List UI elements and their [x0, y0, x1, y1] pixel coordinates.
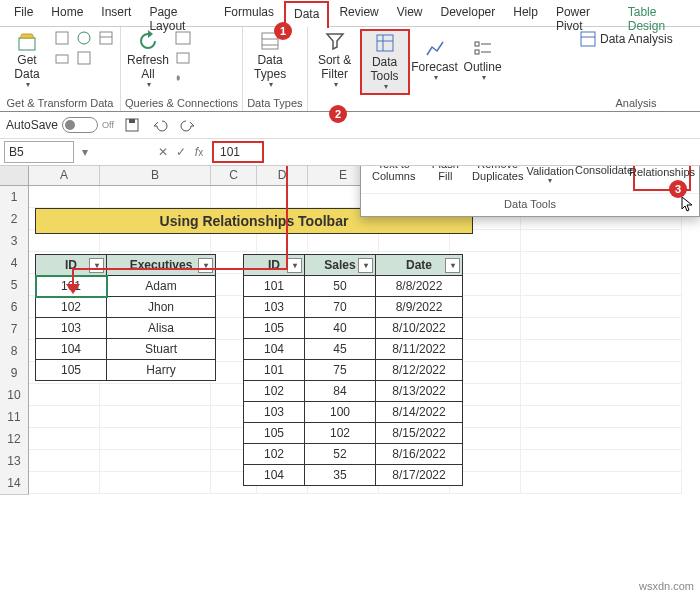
formula-input[interactable]: 101 — [212, 141, 264, 163]
table-cell[interactable]: 103 — [244, 402, 305, 423]
table-cell[interactable]: Adam — [107, 276, 216, 297]
row-header-11[interactable]: 11 — [0, 406, 29, 429]
tab-data[interactable]: Data — [284, 1, 329, 28]
table-cell[interactable]: 8/16/2022 — [376, 444, 463, 465]
col-header-B[interactable]: B — [100, 166, 211, 185]
row-header-4[interactable]: 4 — [0, 252, 29, 275]
edit-links-icon[interactable] — [173, 69, 193, 87]
tab-help[interactable]: Help — [505, 1, 546, 26]
table-cell[interactable]: 8/10/2022 — [376, 318, 463, 339]
tab-insert[interactable]: Insert — [93, 1, 139, 26]
table-cell[interactable]: 75 — [305, 360, 376, 381]
from-web-icon[interactable] — [74, 29, 94, 47]
redo-icon[interactable] — [178, 116, 198, 134]
table-cell[interactable]: 102 — [244, 444, 305, 465]
table-cell[interactable]: Harry — [107, 360, 216, 381]
forecast-button[interactable]: Forecast — [412, 29, 458, 91]
get-data-button[interactable]: Get Data — [4, 29, 50, 91]
table-cell[interactable]: Stuart — [107, 339, 216, 360]
tableB-header-date[interactable]: Date▾ — [376, 255, 463, 276]
filter-icon[interactable]: ▾ — [445, 258, 460, 273]
row-header-6[interactable]: 6 — [0, 296, 29, 319]
tableA-header-exec[interactable]: Executives▾ — [107, 255, 216, 276]
tableB-header-sales[interactable]: Sales▾ — [305, 255, 376, 276]
table-cell[interactable]: 52 — [305, 444, 376, 465]
row-header-14[interactable]: 14 — [0, 472, 29, 495]
table-cell[interactable]: 105 — [244, 423, 305, 444]
table-cell[interactable]: 8/15/2022 — [376, 423, 463, 444]
dd-consolidate-button[interactable]: Consolidate — [577, 166, 631, 187]
row-header-7[interactable]: 7 — [0, 318, 29, 341]
cancel-icon[interactable]: ✕ — [154, 143, 172, 161]
table-cell[interactable]: 40 — [305, 318, 376, 339]
tab-table-design[interactable]: Table Design — [620, 1, 694, 26]
table-cell[interactable]: 102 — [305, 423, 376, 444]
table-cell[interactable]: 101 — [244, 360, 305, 381]
table-cell[interactable]: Jhon — [107, 297, 216, 318]
table-cell[interactable]: 103 — [36, 318, 107, 339]
table-executives[interactable]: ID▾ Executives▾ 101Adam102Jhon103Alisa10… — [35, 254, 216, 381]
table-cell[interactable]: 70 — [305, 297, 376, 318]
col-header-A[interactable]: A — [29, 166, 100, 185]
table-cell[interactable]: 84 — [305, 381, 376, 402]
filter-icon[interactable]: ▾ — [89, 258, 104, 273]
table-cell[interactable]: 104 — [244, 465, 305, 486]
col-header-C[interactable]: C — [211, 166, 257, 185]
table-cell[interactable]: 103 — [244, 297, 305, 318]
extra-btn-icon[interactable] — [96, 49, 116, 67]
properties-icon[interactable] — [173, 49, 193, 67]
table-cell[interactable]: 8/12/2022 — [376, 360, 463, 381]
tab-formulas[interactable]: Formulas — [216, 1, 282, 26]
tab-page-layout[interactable]: Page Layout — [141, 1, 214, 26]
from-text-icon[interactable] — [52, 29, 72, 47]
row-header-2[interactable]: 2 — [0, 208, 29, 231]
tab-view[interactable]: View — [389, 1, 431, 26]
table-cell[interactable]: 100 — [305, 402, 376, 423]
sort-filter-button[interactable]: Sort & Filter — [312, 29, 358, 91]
table-cell[interactable]: Alisa — [107, 318, 216, 339]
row-header-3[interactable]: 3 — [0, 230, 29, 253]
table-cell[interactable]: 8/9/2022 — [376, 297, 463, 318]
recent-sources-icon[interactable] — [52, 49, 72, 67]
table-cell[interactable]: 105 — [36, 360, 107, 381]
row-header-1[interactable]: 1 — [0, 186, 29, 209]
table-cell[interactable]: 50 — [305, 276, 376, 297]
tableB-header-id[interactable]: ID▾ — [244, 255, 305, 276]
dd-text_to_columns-button[interactable]: Text to Columns — [369, 166, 419, 187]
table-cell[interactable]: 45 — [305, 339, 376, 360]
row-header-10[interactable]: 10 — [0, 384, 29, 407]
data-tools-button[interactable]: Data Tools — [360, 29, 410, 95]
row-header-8[interactable]: 8 — [0, 340, 29, 363]
from-table-icon[interactable] — [96, 29, 116, 47]
save-icon[interactable] — [122, 116, 142, 134]
col-header-D[interactable]: D — [257, 166, 308, 185]
table-cell[interactable]: 102 — [244, 381, 305, 402]
table-cell[interactable]: 104 — [244, 339, 305, 360]
table-cell[interactable]: 101 — [244, 276, 305, 297]
table-cell[interactable]: 104 — [36, 339, 107, 360]
filter-icon[interactable]: ▾ — [198, 258, 213, 273]
data-analysis-button[interactable]: Data Analysis — [576, 29, 677, 49]
dd-remove_duplicates-button[interactable]: Remove Duplicates — [472, 166, 523, 187]
queries-conn-icon[interactable] — [173, 29, 193, 47]
outline-button[interactable]: Outline — [460, 29, 506, 91]
dd-flash_fill-button[interactable]: Flash Fill — [421, 166, 471, 187]
tab-power-pivot[interactable]: Power Pivot — [548, 1, 618, 26]
name-box-dropdown-icon[interactable]: ▾ — [76, 143, 94, 161]
tab-home[interactable]: Home — [43, 1, 91, 26]
row-header-12[interactable]: 12 — [0, 428, 29, 451]
tab-file[interactable]: File — [6, 1, 41, 26]
autosave-toggle[interactable]: AutoSave Off — [6, 117, 114, 133]
row-header-9[interactable]: 9 — [0, 362, 29, 385]
table-cell[interactable]: 8/13/2022 — [376, 381, 463, 402]
table-cell[interactable]: 102 — [36, 297, 107, 318]
spreadsheet-grid[interactable]: ABCDEFGH 1234567891011121314 Using Relat… — [0, 166, 700, 596]
fx-icon[interactable]: fx — [190, 143, 208, 161]
table-cell[interactable]: 8/17/2022 — [376, 465, 463, 486]
table-sales[interactable]: ID▾ Sales▾ Date▾ 101508/8/2022103708/9/2… — [243, 254, 463, 486]
table-cell[interactable]: 8/8/2022 — [376, 276, 463, 297]
filter-icon[interactable]: ▾ — [287, 258, 302, 273]
row-header-13[interactable]: 13 — [0, 450, 29, 473]
existing-conn-icon[interactable] — [74, 49, 94, 67]
enter-icon[interactable]: ✓ — [172, 143, 190, 161]
